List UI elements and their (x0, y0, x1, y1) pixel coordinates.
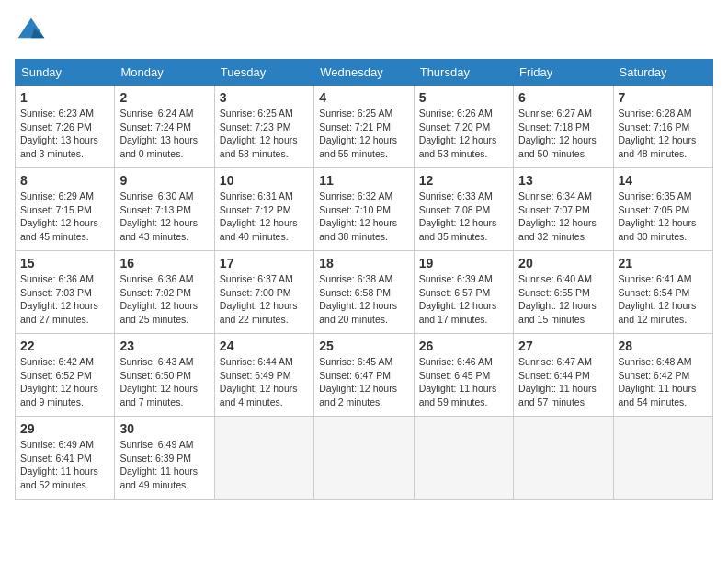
calendar-cell: 30 Sunrise: 6:49 AM Sunset: 6:39 PM Dayl… (115, 417, 214, 500)
sunset-label: Sunset: 7:23 PM (220, 121, 291, 132)
day-info: Sunrise: 6:44 AM Sunset: 6:49 PM Dayligh… (220, 355, 309, 409)
day-info: Sunrise: 6:49 AM Sunset: 6:41 PM Dayligh… (20, 438, 109, 492)
sunrise-label: Sunrise: 6:28 AM (619, 108, 692, 119)
sunrise-label: Sunrise: 6:49 AM (119, 439, 193, 450)
day-info: Sunrise: 6:36 AM Sunset: 7:03 PM Dayligh… (20, 272, 109, 327)
calendar-cell: 20 Sunrise: 6:40 AM Sunset: 6:55 PM Dayl… (514, 251, 613, 334)
calendar-cell (214, 417, 313, 500)
sunrise-label: Sunrise: 6:25 AM (220, 108, 293, 119)
day-number: 24 (220, 339, 309, 353)
sunrise-label: Sunrise: 6:42 AM (20, 356, 94, 367)
sunset-label: Sunset: 7:03 PM (20, 287, 92, 298)
day-number: 9 (119, 173, 209, 188)
day-info: Sunrise: 6:36 AM Sunset: 7:02 PM Dayligh… (119, 272, 209, 327)
sunset-label: Sunset: 6:47 PM (319, 370, 391, 381)
day-number: 30 (119, 421, 209, 436)
sunrise-label: Sunrise: 6:29 AM (20, 190, 94, 201)
week-row-2: 8 Sunrise: 6:29 AM Sunset: 7:15 PM Dayli… (16, 168, 713, 251)
day-info: Sunrise: 6:34 AM Sunset: 7:07 PM Dayligh… (518, 190, 608, 244)
sunrise-label: Sunrise: 6:26 AM (419, 108, 493, 119)
sunset-label: Sunset: 7:16 PM (619, 121, 690, 132)
sunrise-label: Sunrise: 6:44 AM (220, 356, 293, 367)
logo-icon (15, 15, 48, 48)
day-info: Sunrise: 6:45 AM Sunset: 6:47 PM Dayligh… (319, 355, 408, 409)
sunrise-label: Sunrise: 6:32 AM (319, 190, 392, 201)
sunrise-label: Sunrise: 6:27 AM (518, 108, 592, 119)
day-number: 27 (518, 339, 608, 353)
day-number: 5 (419, 90, 508, 105)
day-info: Sunrise: 6:49 AM Sunset: 6:39 PM Dayligh… (119, 438, 209, 492)
calendar-cell: 23 Sunrise: 6:43 AM Sunset: 6:50 PM Dayl… (115, 334, 214, 417)
sunset-label: Sunset: 6:42 PM (619, 370, 690, 381)
sunset-label: Sunset: 7:20 PM (419, 121, 491, 132)
sunrise-label: Sunrise: 6:40 AM (518, 273, 592, 284)
day-number: 26 (419, 339, 508, 353)
daylight-label: Daylight: 12 hours and 38 minutes. (319, 217, 397, 242)
day-number: 2 (119, 90, 209, 105)
day-number: 18 (319, 256, 408, 270)
sunrise-label: Sunrise: 6:45 AM (319, 356, 392, 367)
sunset-label: Sunset: 6:57 PM (419, 287, 491, 298)
day-number: 10 (220, 173, 309, 188)
day-info: Sunrise: 6:38 AM Sunset: 6:58 PM Dayligh… (319, 272, 408, 327)
calendar-table: SundayMondayTuesdayWednesdayThursdayFrid… (15, 59, 713, 500)
day-info: Sunrise: 6:27 AM Sunset: 7:18 PM Dayligh… (518, 107, 608, 161)
sunset-label: Sunset: 6:54 PM (619, 287, 690, 298)
calendar-cell: 18 Sunrise: 6:38 AM Sunset: 6:58 PM Dayl… (314, 251, 414, 334)
sunrise-label: Sunrise: 6:30 AM (119, 190, 193, 201)
sunset-label: Sunset: 6:52 PM (20, 370, 92, 381)
sunrise-label: Sunrise: 6:38 AM (319, 273, 392, 284)
sunrise-label: Sunrise: 6:39 AM (419, 273, 493, 284)
sunrise-label: Sunrise: 6:37 AM (220, 273, 293, 284)
daylight-label: Daylight: 11 hours and 49 minutes. (119, 465, 198, 490)
daylight-label: Daylight: 12 hours and 45 minutes. (20, 217, 98, 242)
sunrise-label: Sunrise: 6:31 AM (220, 190, 293, 201)
calendar-cell: 9 Sunrise: 6:30 AM Sunset: 7:13 PM Dayli… (115, 168, 214, 251)
day-info: Sunrise: 6:48 AM Sunset: 6:42 PM Dayligh… (619, 355, 708, 409)
sunset-label: Sunset: 6:45 PM (419, 370, 491, 381)
daylight-label: Daylight: 13 hours and 3 minutes. (20, 134, 98, 159)
calendar-cell: 29 Sunrise: 6:49 AM Sunset: 6:41 PM Dayl… (16, 417, 115, 500)
day-number: 21 (619, 256, 708, 270)
calendar-cell: 16 Sunrise: 6:36 AM Sunset: 7:02 PM Dayl… (115, 251, 214, 334)
sunrise-label: Sunrise: 6:23 AM (20, 108, 94, 119)
weekday-header-wednesday: Wednesday (314, 60, 414, 86)
day-info: Sunrise: 6:30 AM Sunset: 7:13 PM Dayligh… (119, 190, 209, 244)
day-number: 22 (20, 339, 109, 353)
sunset-label: Sunset: 7:05 PM (619, 204, 690, 215)
calendar-cell: 12 Sunrise: 6:33 AM Sunset: 7:08 PM Dayl… (414, 168, 513, 251)
calendar-cell: 28 Sunrise: 6:48 AM Sunset: 6:42 PM Dayl… (613, 334, 712, 417)
day-info: Sunrise: 6:46 AM Sunset: 6:45 PM Dayligh… (419, 355, 508, 409)
day-info: Sunrise: 6:40 AM Sunset: 6:55 PM Dayligh… (518, 272, 608, 327)
day-number: 29 (20, 421, 109, 436)
daylight-label: Daylight: 12 hours and 55 minutes. (319, 134, 397, 159)
week-row-3: 15 Sunrise: 6:36 AM Sunset: 7:03 PM Dayl… (16, 251, 713, 334)
day-info: Sunrise: 6:25 AM Sunset: 7:23 PM Dayligh… (220, 107, 309, 161)
sunrise-label: Sunrise: 6:36 AM (20, 273, 94, 284)
day-number: 1 (20, 90, 109, 105)
day-info: Sunrise: 6:41 AM Sunset: 6:54 PM Dayligh… (619, 272, 708, 327)
weekday-header-saturday: Saturday (613, 60, 712, 86)
day-info: Sunrise: 6:23 AM Sunset: 7:26 PM Dayligh… (20, 107, 109, 161)
day-info: Sunrise: 6:29 AM Sunset: 7:15 PM Dayligh… (20, 190, 109, 244)
day-number: 14 (619, 173, 708, 188)
day-number: 16 (119, 256, 209, 270)
sunset-label: Sunset: 7:24 PM (119, 121, 191, 132)
calendar-cell (613, 417, 712, 500)
calendar-cell: 2 Sunrise: 6:24 AM Sunset: 7:24 PM Dayli… (115, 86, 214, 168)
daylight-label: Daylight: 12 hours and 20 minutes. (319, 300, 397, 325)
calendar-cell: 22 Sunrise: 6:42 AM Sunset: 6:52 PM Dayl… (16, 334, 115, 417)
daylight-label: Daylight: 12 hours and 58 minutes. (220, 134, 298, 159)
weekday-header-monday: Monday (115, 60, 214, 86)
sunset-label: Sunset: 7:15 PM (20, 204, 92, 215)
sunrise-label: Sunrise: 6:47 AM (518, 356, 592, 367)
sunrise-label: Sunrise: 6:24 AM (119, 108, 193, 119)
day-info: Sunrise: 6:37 AM Sunset: 7:00 PM Dayligh… (220, 272, 309, 327)
day-info: Sunrise: 6:47 AM Sunset: 6:44 PM Dayligh… (518, 355, 608, 409)
daylight-label: Daylight: 12 hours and 15 minutes. (518, 300, 597, 325)
calendar-cell: 3 Sunrise: 6:25 AM Sunset: 7:23 PM Dayli… (214, 86, 313, 168)
calendar-cell: 21 Sunrise: 6:41 AM Sunset: 6:54 PM Dayl… (613, 251, 712, 334)
sunset-label: Sunset: 7:21 PM (319, 121, 391, 132)
sunset-label: Sunset: 7:07 PM (518, 204, 590, 215)
day-number: 8 (20, 173, 109, 188)
